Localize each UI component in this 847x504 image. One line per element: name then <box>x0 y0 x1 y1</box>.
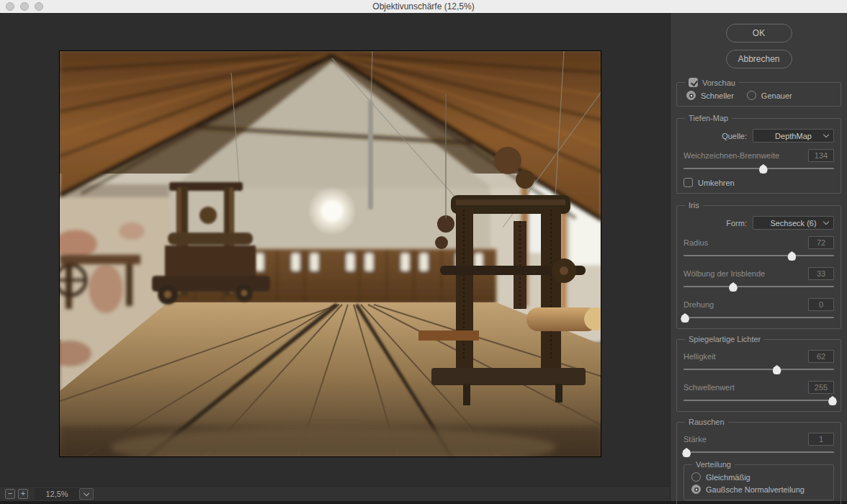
distribution-group: Verteilung Gleichmäßig Gaußsche Normalve… <box>684 464 834 500</box>
blur-focal-value[interactable]: 134 <box>808 149 834 162</box>
blur-focal-slider[interactable] <box>684 164 834 174</box>
zoom-menu-button[interactable] <box>79 488 94 500</box>
specular-highlights-group: Spiegelartige Lichter Helligkeit 62 Schw… <box>676 339 841 412</box>
distribution-legend: Verteilung <box>692 460 735 469</box>
iris-legend: Iris <box>685 201 703 210</box>
preview-checkbox[interactable] <box>689 78 698 87</box>
noise-group: Rauschen Stärke 1 Verteilung Gleichmäßig <box>676 422 841 504</box>
slider-track <box>684 255 834 256</box>
slider-track <box>684 369 834 370</box>
gaussian-label: Gaußsche Normalverteilung <box>706 485 805 494</box>
noise-amount-label: Stärke <box>684 435 707 444</box>
titlebar[interactable]: Objektivunschärfe (12,5%) <box>0 0 847 13</box>
faster-label: Schneller <box>701 91 734 100</box>
lens-blur-dialog: Objektivunschärfe (12,5%) <box>0 0 847 504</box>
threshold-value[interactable]: 255 <box>808 381 834 394</box>
invert-label: Umkehren <box>698 179 735 187</box>
blade-curvature-value[interactable]: 33 <box>808 267 834 280</box>
control-panel: OK Abbrechen Vorschau Schneller Genauer <box>670 13 847 501</box>
slider-track <box>684 317 834 318</box>
chevron-down-icon <box>823 219 829 225</box>
gaussian-radio[interactable] <box>691 485 701 494</box>
depth-map-legend: Tiefen-Map <box>685 114 732 122</box>
zoom-out-button[interactable]: − <box>5 489 15 499</box>
more-accurate-label: Genauer <box>761 91 792 100</box>
threshold-label: Schwellenwert <box>684 383 735 392</box>
slider-thumb[interactable] <box>773 365 781 374</box>
radius-slider[interactable] <box>684 251 834 261</box>
uniform-label: Gleichmäßig <box>706 473 750 482</box>
slider-thumb[interactable] <box>759 164 768 174</box>
preview-scene <box>60 51 601 457</box>
source-value: DepthMap <box>775 132 812 140</box>
iris-group: Iris Form: Sechseck (6) Radius 72 <box>676 205 841 329</box>
brightness-slider[interactable] <box>684 365 834 374</box>
brightness-label: Helligkeit <box>684 352 716 361</box>
rotation-value[interactable]: 0 <box>808 298 834 311</box>
blade-curvature-label: Wölbung der Irisblende <box>684 269 765 278</box>
slider-thumb[interactable] <box>729 282 738 292</box>
shape-value: Sechseck (6) <box>770 219 816 228</box>
radius-label: Radius <box>684 238 708 247</box>
faster-radio[interactable] <box>686 91 696 100</box>
zoom-level-value[interactable]: 12,5% <box>35 488 79 500</box>
chevron-down-icon <box>823 132 829 138</box>
blade-curvature-slider[interactable] <box>684 282 834 292</box>
slider-thumb[interactable] <box>682 448 691 457</box>
cancel-button[interactable]: Abbrechen <box>726 50 792 68</box>
slider-thumb[interactable] <box>828 396 837 405</box>
preview-group: Vorschau Schneller Genauer <box>676 82 841 107</box>
preview-image[interactable] <box>59 50 601 457</box>
hanging-pipe <box>368 100 373 210</box>
chevron-down-icon <box>84 490 89 495</box>
preview-canvas: − + 12,5% <box>0 13 670 501</box>
preview-label: Vorschau <box>702 78 735 87</box>
slider-thumb[interactable] <box>681 313 689 323</box>
more-accurate-radio[interactable] <box>747 91 756 100</box>
ok-button[interactable]: OK <box>726 24 792 42</box>
noise-legend: Rauschen <box>685 418 728 426</box>
shape-select[interactable]: Sechseck (6) <box>753 216 834 230</box>
uniform-radio[interactable] <box>691 472 701 482</box>
noise-amount-value[interactable]: 1 <box>808 433 834 446</box>
source-select[interactable]: DepthMap <box>753 129 834 143</box>
brightness-value[interactable]: 62 <box>808 350 834 363</box>
depth-map-group: Tiefen-Map Quelle: DepthMap Weichzeichne… <box>676 118 841 194</box>
slider-thumb[interactable] <box>787 251 796 261</box>
rotation-slider[interactable] <box>684 313 834 323</box>
slider-track <box>684 400 834 401</box>
invert-checkbox[interactable] <box>684 178 693 187</box>
shape-label: Form: <box>684 219 747 228</box>
slider-track <box>684 168 834 169</box>
noise-amount-slider[interactable] <box>684 448 834 457</box>
round-window-glow <box>308 186 357 235</box>
rotation-label: Drehung <box>684 300 714 309</box>
radius-value[interactable]: 72 <box>808 236 834 249</box>
source-label: Quelle: <box>684 132 747 140</box>
slider-track <box>684 451 834 453</box>
blur-focal-label: Weichzeichnen-Brennweite <box>684 151 779 160</box>
slider-track <box>684 286 834 287</box>
window-title: Objektivunschärfe (12,5%) <box>0 0 847 13</box>
threshold-slider[interactable] <box>684 396 834 405</box>
zoom-in-button[interactable]: + <box>18 489 28 499</box>
statusbar: − + 12,5% <box>0 486 670 501</box>
specular-legend: Spiegelartige Lichter <box>685 335 764 343</box>
